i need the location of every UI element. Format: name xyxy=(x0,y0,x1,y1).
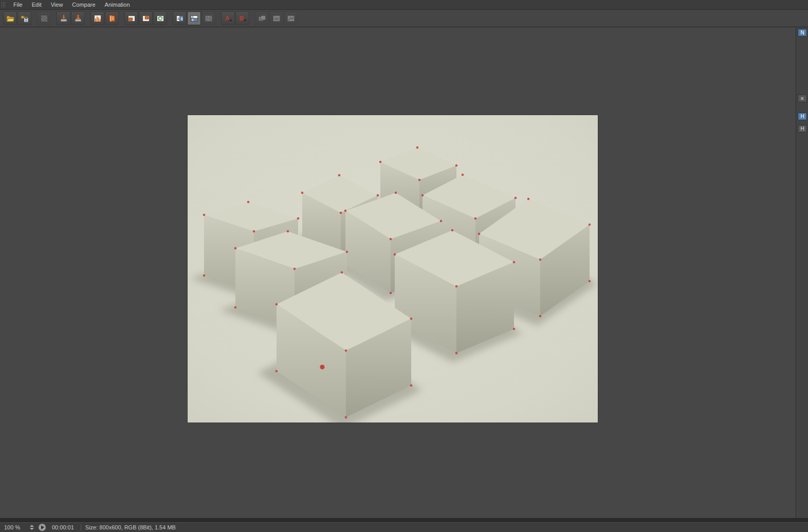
vertex-dot xyxy=(293,268,296,270)
load-image-to-ram-button[interactable] xyxy=(57,11,70,25)
vertex-dot xyxy=(247,201,250,204)
vertex-dot xyxy=(297,217,300,220)
vertex-dot xyxy=(539,315,542,318)
compare-ab-wedge-button[interactable]: AB xyxy=(201,11,215,25)
vertex-dot xyxy=(234,306,237,309)
ram-load-icon xyxy=(59,14,68,23)
set-a-icon: A xyxy=(224,14,233,23)
toolbar-group xyxy=(90,11,119,25)
svg-text:AB: AB xyxy=(274,17,279,21)
vertex-dot xyxy=(395,192,397,194)
save-image-button[interactable] xyxy=(17,11,31,25)
toolbar-group: ABABAB xyxy=(173,11,216,25)
reload-region-button[interactable] xyxy=(153,11,167,25)
vertex-dot xyxy=(451,229,454,232)
vertex-dot xyxy=(394,253,396,256)
right-panel-tab-navigator[interactable]: N xyxy=(798,29,807,36)
set-b-icon: B xyxy=(238,14,247,23)
svg-text:A: A xyxy=(206,16,208,19)
toolbar-group: AB xyxy=(221,11,250,25)
stepper-up-icon xyxy=(30,525,34,527)
vertex-dot xyxy=(276,370,278,373)
dithering-button[interactable] xyxy=(37,11,51,25)
right-panel-strip: N≡HH xyxy=(796,27,808,518)
selected-vertex-dot xyxy=(320,365,325,370)
svg-text:B: B xyxy=(209,18,211,21)
menu-file[interactable]: File xyxy=(9,1,27,9)
vertex-dot xyxy=(276,303,278,306)
vertex-dot xyxy=(344,210,347,212)
right-panel-tab-histogram[interactable]: H xyxy=(798,113,807,120)
frame-reload-icon xyxy=(156,14,165,23)
compare-frames-icon xyxy=(258,14,267,23)
vertex-dot xyxy=(379,161,382,163)
vertex-dot xyxy=(515,197,517,199)
status-bar: 100 % 00:00:01 Size: 800x600, RGB (8Bit)… xyxy=(0,522,808,532)
compare-ab-stacked-button[interactable]: AB xyxy=(187,11,201,25)
right-panel-handle[interactable]: ≡ xyxy=(798,95,807,102)
vertex-dot xyxy=(345,416,347,419)
ab-side-icon: AB xyxy=(175,14,185,23)
open-image-button[interactable] xyxy=(3,11,17,25)
compare-curve-icon xyxy=(286,14,296,23)
picture-viewer-window: File Edit View Compare Animation ABABABA… xyxy=(0,0,808,532)
layer-book-icon xyxy=(107,14,117,23)
play-icon xyxy=(41,525,44,529)
compare-mode-1-button[interactable] xyxy=(255,11,269,25)
toolbar-group xyxy=(57,11,85,25)
set-as-image-a-button[interactable]: A xyxy=(221,11,235,25)
vertex-dot xyxy=(341,271,343,274)
show-image-a-button[interactable] xyxy=(124,11,138,25)
zoom-stepper[interactable] xyxy=(30,525,34,530)
vertex-dot xyxy=(455,164,458,167)
show-image-b-button[interactable] xyxy=(139,11,153,25)
toolbar: ABABABABAB xyxy=(0,10,808,27)
vertex-dot xyxy=(234,247,237,250)
status-divider xyxy=(0,518,808,522)
memory-usage-button[interactable] xyxy=(71,11,85,25)
menu-animation[interactable]: Animation xyxy=(100,1,135,9)
vertex-dot xyxy=(203,274,206,277)
ab-stacked-icon: AB xyxy=(190,14,199,23)
compare-mode-3-button[interactable] xyxy=(284,11,298,25)
play-button[interactable] xyxy=(39,524,46,531)
right-panel-tab-history[interactable]: H xyxy=(798,125,807,133)
vertex-dot xyxy=(345,350,347,352)
vertex-dot xyxy=(421,194,424,197)
vertex-dot xyxy=(346,251,348,253)
vertex-dot xyxy=(377,194,379,197)
svg-text:B: B xyxy=(192,18,194,21)
save-icon xyxy=(20,14,29,23)
compare-ab-side-button[interactable]: AB xyxy=(173,11,187,25)
menu-edit[interactable]: Edit xyxy=(27,1,46,9)
toolbar-group xyxy=(37,11,51,25)
vertex-dot xyxy=(416,146,419,149)
frame-a-icon xyxy=(127,14,136,23)
vertex-dot xyxy=(410,384,413,387)
ram-user-icon xyxy=(74,14,83,23)
histogram-button[interactable] xyxy=(90,11,104,25)
vertex-dot xyxy=(340,212,342,214)
vertex-dot xyxy=(478,233,481,235)
vertex-dot xyxy=(253,230,255,233)
menu-compare[interactable]: Compare xyxy=(67,1,100,9)
compare-ab-icon: AB xyxy=(272,14,281,23)
vertex-dot xyxy=(390,238,392,241)
set-as-image-b-button[interactable]: B xyxy=(235,11,249,25)
stepper-down-icon xyxy=(30,528,34,530)
menu-view[interactable]: View xyxy=(46,1,68,9)
vertex-dot xyxy=(513,328,516,331)
playback-time: 00:00:01 xyxy=(52,524,74,530)
vertex-dot xyxy=(589,280,591,283)
viewer-canvas[interactable] xyxy=(0,27,796,518)
rendered-image[interactable] xyxy=(188,115,598,423)
zoom-level: 100 % xyxy=(4,524,26,530)
vertex-dot xyxy=(589,224,591,226)
svg-text:B: B xyxy=(180,16,182,20)
vertex-dot xyxy=(287,230,289,233)
compare-mode-2-button[interactable]: AB xyxy=(269,11,283,25)
vertex-dot xyxy=(440,220,443,223)
vertex-dot xyxy=(455,352,458,355)
ab-wedge-icon: AB xyxy=(204,14,213,23)
layer-book-button[interactable] xyxy=(105,11,119,25)
